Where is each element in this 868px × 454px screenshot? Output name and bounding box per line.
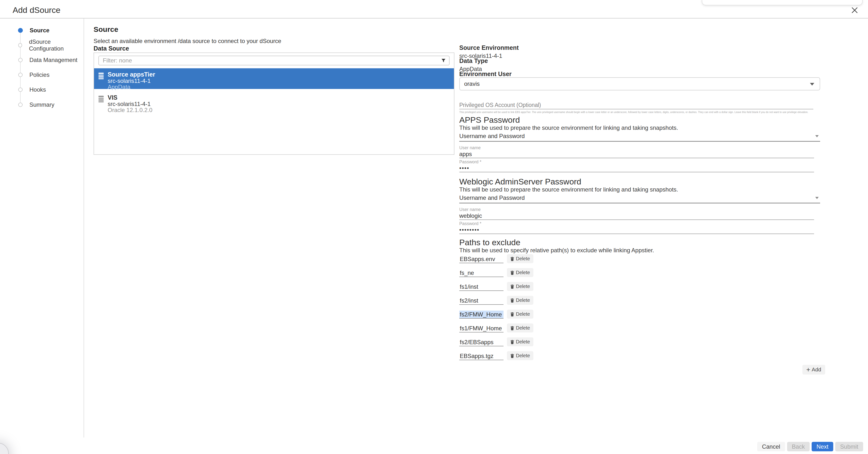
environment-user-select[interactable]: oravis <box>459 77 820 90</box>
step-label: Source <box>30 27 49 34</box>
sidebar-divider <box>84 19 84 437</box>
wizard-step-dsource-configuration[interactable]: dSource Configuration <box>17 38 80 53</box>
weblogic-username-field: User name <box>459 207 814 220</box>
weblogic-password-description: This will be used to prepare the source … <box>459 186 678 193</box>
data-source-name: Source appsTier <box>107 71 155 78</box>
apps-password-description: This will be used to prepare the source … <box>459 124 678 131</box>
trash-icon <box>510 312 514 316</box>
wizard-step-summary[interactable]: Summary <box>17 97 80 112</box>
trash-icon <box>510 298 514 303</box>
trash-icon <box>510 271 514 275</box>
delete-label: Delete <box>516 256 530 262</box>
delete-path-button[interactable]: Delete <box>507 268 533 277</box>
filter-funnel-icon <box>441 58 446 64</box>
data-source-type: AppData <box>107 84 155 90</box>
apps-username-input[interactable] <box>459 150 814 158</box>
path-input[interactable] <box>459 269 503 277</box>
step-dot <box>18 73 23 77</box>
data-type-field: Data Type AppData <box>459 57 488 72</box>
path-input[interactable] <box>459 297 503 305</box>
filter-input[interactable] <box>98 56 450 65</box>
delete-label: Delete <box>516 325 530 331</box>
page-title: Source <box>94 25 118 34</box>
apps-username-field: User name <box>459 145 814 158</box>
chevron-down-icon <box>810 83 814 86</box>
dialog-title: Add dSource <box>13 5 61 15</box>
data-source-text: Source appsTier src-solaris11-4-1 AppDat… <box>107 71 155 90</box>
step-dot <box>18 88 23 92</box>
weblogic-username-input[interactable] <box>459 212 814 220</box>
data-source-item-vis[interactable]: VIS src-solaris11-4-1 Oracle 12.1.0.2.0 <box>94 91 454 112</box>
delete-path-button[interactable]: Delete <box>507 282 533 291</box>
submit-button[interactable]: Submit <box>835 442 863 451</box>
weblogic-password-heading: Weblogic AdminServer Password <box>459 177 581 186</box>
privileged-os-account-input[interactable] <box>459 101 813 109</box>
plus-icon: + <box>806 366 810 373</box>
delete-label: Delete <box>516 270 530 275</box>
delete-path-button[interactable]: Delete <box>507 337 533 346</box>
path-input-selected[interactable] <box>459 311 503 319</box>
paths-to-exclude-heading: Paths to exclude <box>459 238 520 247</box>
delete-label: Delete <box>516 339 530 345</box>
delete-label: Delete <box>516 311 530 317</box>
chevron-down-icon <box>815 135 819 137</box>
data-type-label: Data Type <box>459 57 488 64</box>
cancel-button[interactable]: Cancel <box>757 442 785 451</box>
step-dot <box>18 102 23 107</box>
trash-icon <box>510 326 514 330</box>
delete-path-button[interactable]: Delete <box>507 296 533 305</box>
overlay-strip <box>702 0 863 5</box>
privileged-os-account-field: This privileged unix username will be us… <box>459 101 813 114</box>
path-input[interactable] <box>459 283 503 291</box>
trash-icon <box>510 284 514 289</box>
apps-password-heading: APPS Password <box>459 115 520 125</box>
close-button[interactable] <box>850 6 859 15</box>
data-source-label: Data Source <box>94 45 129 52</box>
apps-password-field: Password * <box>459 159 814 172</box>
footer-actions: Cancel Back Next Submit <box>757 442 863 451</box>
wizard-step-source[interactable]: Source <box>17 23 80 38</box>
delete-label: Delete <box>516 298 530 303</box>
step-label: Summary <box>29 101 55 108</box>
wizard-step-hooks[interactable]: Hooks <box>17 82 80 97</box>
background-card-corner <box>0 443 9 454</box>
data-source-environment: src-solaris11-4-1 <box>107 78 155 84</box>
apps-password-label: Password * <box>459 159 814 164</box>
path-input[interactable] <box>459 255 503 263</box>
weblogic-password-input[interactable] <box>459 226 814 234</box>
path-input[interactable] <box>459 325 503 332</box>
trash-icon <box>510 354 514 358</box>
add-dsource-dialog: Add dSource Source dSource Configuration… <box>0 0 868 454</box>
path-input[interactable] <box>459 352 503 360</box>
data-source-item-source-appstier[interactable]: Source appsTier src-solaris11-4-1 AppDat… <box>94 68 454 89</box>
step-label: Hooks <box>29 86 46 93</box>
trash-icon <box>510 256 514 261</box>
wizard-step-policies[interactable]: Policies <box>17 67 80 82</box>
delete-path-button[interactable]: Delete <box>507 324 533 332</box>
trash-icon <box>510 340 514 344</box>
wizard-step-data-management[interactable]: Data Management <box>17 53 80 67</box>
delete-path-button[interactable]: Delete <box>507 254 533 263</box>
back-button[interactable]: Back <box>787 442 810 451</box>
step-label: dSource Configuration <box>29 38 80 52</box>
data-source-name: VIS <box>107 94 152 101</box>
apps-password-input[interactable] <box>459 164 814 172</box>
delete-path-button[interactable]: Delete <box>507 310 533 319</box>
next-button[interactable]: Next <box>812 442 833 451</box>
add-label: Add <box>812 366 821 373</box>
step-dot <box>18 43 22 48</box>
apps-credential-type-select[interactable]: Username and Password <box>459 133 820 142</box>
delete-label: Delete <box>516 353 530 359</box>
apps-credential-type-value: Username and Password <box>459 133 525 139</box>
data-source-type: Oracle 12.1.0.2.0 <box>107 107 152 113</box>
step-label: Policies <box>29 71 50 78</box>
step-label: Data Management <box>29 57 77 63</box>
add-path-button[interactable]: + Add <box>802 365 825 374</box>
path-input[interactable] <box>459 338 503 346</box>
weblogic-username-label: User name <box>459 207 814 212</box>
data-source-list: Source appsTier src-solaris11-4-1 AppDat… <box>94 53 455 155</box>
weblogic-credential-type-select[interactable]: Username and Password <box>459 194 820 204</box>
source-environment-label: Source Environment <box>459 44 519 51</box>
environment-user-label: Environment User <box>459 70 512 78</box>
delete-path-button[interactable]: Delete <box>507 351 533 360</box>
